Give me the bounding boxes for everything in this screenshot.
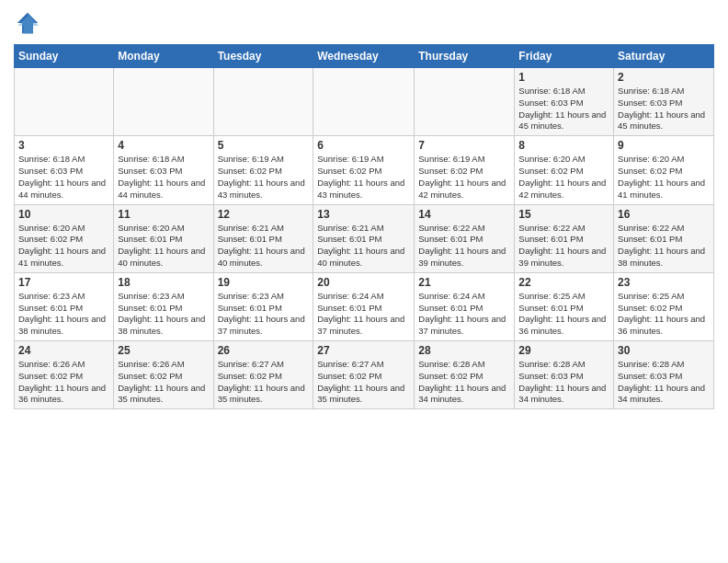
day-number: 20 [317,276,410,289]
calendar-cell: 5Sunrise: 6:19 AM Sunset: 6:02 PM Daylig… [213,136,313,204]
calendar-cell: 1Sunrise: 6:18 AM Sunset: 6:03 PM Daylig… [515,68,614,136]
calendar-week-row: 17Sunrise: 6:23 AM Sunset: 6:01 PM Dayli… [15,272,714,340]
day-info: Sunrise: 6:20 AM Sunset: 6:02 PM Dayligh… [618,154,710,201]
day-number: 9 [618,139,710,152]
calendar-header-row: SundayMondayTuesdayWednesdayThursdayFrid… [15,45,714,68]
day-number: 29 [518,344,609,357]
day-info: Sunrise: 6:26 AM Sunset: 6:02 PM Dayligh… [118,359,209,406]
header [14,9,714,37]
calendar-cell: 2Sunrise: 6:18 AM Sunset: 6:03 PM Daylig… [614,68,714,136]
day-of-week-header: Tuesday [213,45,313,68]
day-number: 2 [618,71,710,84]
calendar-cell [15,68,114,136]
day-info: Sunrise: 6:20 AM Sunset: 6:01 PM Dayligh… [118,223,209,270]
day-of-week-header: Saturday [614,45,714,68]
day-number: 10 [18,208,109,221]
day-number: 30 [618,344,710,357]
day-number: 22 [518,276,609,289]
day-info: Sunrise: 6:27 AM Sunset: 6:02 PM Dayligh… [317,359,410,406]
day-info: Sunrise: 6:28 AM Sunset: 6:03 PM Dayligh… [518,359,609,406]
calendar-cell: 28Sunrise: 6:28 AM Sunset: 6:02 PM Dayli… [415,341,515,409]
day-info: Sunrise: 6:18 AM Sunset: 6:03 PM Dayligh… [518,86,609,132]
calendar-cell: 6Sunrise: 6:19 AM Sunset: 6:02 PM Daylig… [313,136,415,204]
day-info: Sunrise: 6:18 AM Sunset: 6:03 PM Dayligh… [618,86,710,132]
calendar-week-row: 24Sunrise: 6:26 AM Sunset: 6:02 PM Dayli… [15,341,714,409]
calendar-cell [313,68,415,136]
day-info: Sunrise: 6:21 AM Sunset: 6:01 PM Dayligh… [218,223,310,270]
day-number: 13 [317,208,410,221]
day-info: Sunrise: 6:25 AM Sunset: 6:01 PM Dayligh… [518,291,609,338]
day-info: Sunrise: 6:18 AM Sunset: 6:03 PM Dayligh… [18,154,109,201]
day-of-week-header: Monday [114,45,213,68]
day-info: Sunrise: 6:22 AM Sunset: 6:01 PM Dayligh… [518,223,609,270]
day-number: 8 [518,139,609,152]
day-info: Sunrise: 6:28 AM Sunset: 6:03 PM Dayligh… [618,359,710,406]
day-info: Sunrise: 6:22 AM Sunset: 6:01 PM Dayligh… [618,223,710,270]
day-info: Sunrise: 6:23 AM Sunset: 6:01 PM Dayligh… [118,291,209,338]
day-info: Sunrise: 6:19 AM Sunset: 6:02 PM Dayligh… [418,154,510,201]
day-number: 16 [618,208,710,221]
day-of-week-header: Friday [515,45,614,68]
calendar-cell: 8Sunrise: 6:20 AM Sunset: 6:02 PM Daylig… [515,136,614,204]
day-info: Sunrise: 6:21 AM Sunset: 6:01 PM Dayligh… [317,223,410,270]
day-info: Sunrise: 6:24 AM Sunset: 6:01 PM Dayligh… [418,291,510,338]
calendar-week-row: 1Sunrise: 6:18 AM Sunset: 6:03 PM Daylig… [15,68,714,136]
day-number: 26 [218,344,310,357]
calendar-cell [213,68,313,136]
day-info: Sunrise: 6:28 AM Sunset: 6:02 PM Dayligh… [418,359,510,406]
calendar-cell: 10Sunrise: 6:20 AM Sunset: 6:02 PM Dayli… [15,204,114,272]
day-of-week-header: Sunday [15,45,114,68]
calendar-cell: 24Sunrise: 6:26 AM Sunset: 6:02 PM Dayli… [15,341,114,409]
day-info: Sunrise: 6:26 AM Sunset: 6:02 PM Dayligh… [18,359,109,406]
day-info: Sunrise: 6:23 AM Sunset: 6:01 PM Dayligh… [218,291,310,338]
day-of-week-header: Thursday [415,45,515,68]
calendar: SundayMondayTuesdayWednesdayThursdayFrid… [14,44,714,409]
day-info: Sunrise: 6:22 AM Sunset: 6:01 PM Dayligh… [418,223,510,270]
calendar-week-row: 10Sunrise: 6:20 AM Sunset: 6:02 PM Dayli… [15,204,714,272]
calendar-cell: 16Sunrise: 6:22 AM Sunset: 6:01 PM Dayli… [614,204,714,272]
day-number: 27 [317,344,410,357]
calendar-cell: 26Sunrise: 6:27 AM Sunset: 6:02 PM Dayli… [213,341,313,409]
day-number: 25 [118,344,209,357]
calendar-cell [114,68,213,136]
day-number: 6 [317,139,410,152]
calendar-cell: 4Sunrise: 6:18 AM Sunset: 6:03 PM Daylig… [114,136,213,204]
day-info: Sunrise: 6:18 AM Sunset: 6:03 PM Dayligh… [118,154,209,201]
day-of-week-header: Wednesday [313,45,415,68]
day-info: Sunrise: 6:23 AM Sunset: 6:01 PM Dayligh… [18,291,109,338]
calendar-cell: 20Sunrise: 6:24 AM Sunset: 6:01 PM Dayli… [313,272,415,340]
calendar-cell: 9Sunrise: 6:20 AM Sunset: 6:02 PM Daylig… [614,136,714,204]
calendar-week-row: 3Sunrise: 6:18 AM Sunset: 6:03 PM Daylig… [15,136,714,204]
calendar-cell: 12Sunrise: 6:21 AM Sunset: 6:01 PM Dayli… [213,204,313,272]
calendar-cell: 19Sunrise: 6:23 AM Sunset: 6:01 PM Dayli… [213,272,313,340]
page: SundayMondayTuesdayWednesdayThursdayFrid… [0,0,728,563]
calendar-cell: 13Sunrise: 6:21 AM Sunset: 6:01 PM Dayli… [313,204,415,272]
day-info: Sunrise: 6:25 AM Sunset: 6:02 PM Dayligh… [618,291,710,338]
day-number: 12 [218,208,310,221]
logo [14,9,45,37]
calendar-cell: 29Sunrise: 6:28 AM Sunset: 6:03 PM Dayli… [515,341,614,409]
day-number: 11 [118,208,209,221]
calendar-cell: 7Sunrise: 6:19 AM Sunset: 6:02 PM Daylig… [415,136,515,204]
day-info: Sunrise: 6:20 AM Sunset: 6:02 PM Dayligh… [518,154,609,201]
day-info: Sunrise: 6:19 AM Sunset: 6:02 PM Dayligh… [317,154,410,201]
day-number: 15 [518,208,609,221]
day-number: 3 [18,139,109,152]
day-number: 7 [418,139,510,152]
day-number: 5 [218,139,310,152]
day-info: Sunrise: 6:20 AM Sunset: 6:02 PM Dayligh… [18,223,109,270]
day-number: 14 [418,208,510,221]
day-number: 24 [18,344,109,357]
calendar-cell: 23Sunrise: 6:25 AM Sunset: 6:02 PM Dayli… [614,272,714,340]
day-number: 21 [418,276,510,289]
logo-icon [14,9,41,37]
calendar-cell: 14Sunrise: 6:22 AM Sunset: 6:01 PM Dayli… [415,204,515,272]
day-info: Sunrise: 6:24 AM Sunset: 6:01 PM Dayligh… [317,291,410,338]
day-number: 23 [618,276,710,289]
calendar-cell: 11Sunrise: 6:20 AM Sunset: 6:01 PM Dayli… [114,204,213,272]
day-info: Sunrise: 6:27 AM Sunset: 6:02 PM Dayligh… [218,359,310,406]
calendar-cell [415,68,515,136]
calendar-cell: 27Sunrise: 6:27 AM Sunset: 6:02 PM Dayli… [313,341,415,409]
day-number: 28 [418,344,510,357]
day-info: Sunrise: 6:19 AM Sunset: 6:02 PM Dayligh… [218,154,310,201]
